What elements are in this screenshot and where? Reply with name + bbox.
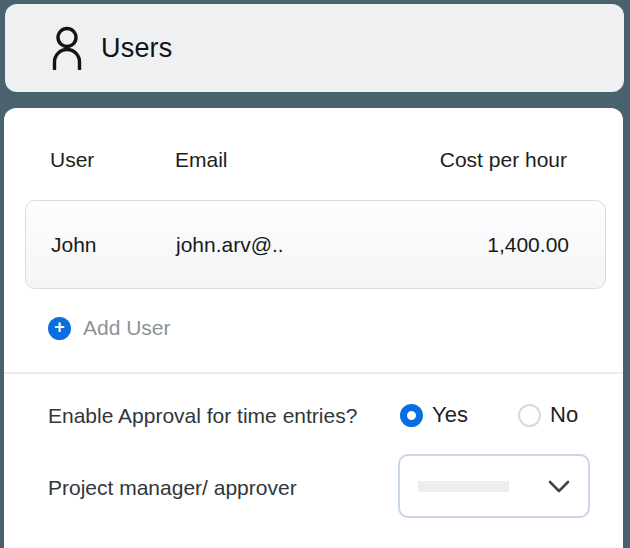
dropdown-empty-value [418, 481, 509, 492]
radio-approval-no[interactable]: No [518, 402, 578, 428]
users-header-bar[interactable]: Users [5, 4, 624, 92]
plus-icon: + [48, 317, 71, 340]
approver-label: Project manager/ approver [48, 476, 297, 500]
chevron-down-icon [548, 480, 570, 493]
table-header-row: User Email Cost per hour [4, 148, 623, 172]
user-icon [51, 26, 83, 70]
column-header-email: Email [175, 148, 440, 172]
column-header-user: User [50, 148, 175, 172]
radio-approval-yes[interactable]: Yes [400, 402, 468, 428]
section-divider [4, 372, 623, 374]
users-panel: User Email Cost per hour John john.arv@.… [4, 108, 623, 548]
add-user-label: Add User [83, 316, 171, 340]
radio-yes-label: Yes [432, 402, 468, 428]
cell-cost-per-hour: 1,400.00 [487, 233, 569, 257]
radio-selected-icon[interactable] [400, 404, 423, 427]
add-user-button[interactable]: + Add User [48, 316, 171, 340]
radio-no-label: No [550, 402, 578, 428]
cell-user-email: john.arv@.. [176, 233, 487, 257]
approver-dropdown[interactable] [398, 454, 590, 518]
cell-user-name: John [51, 233, 176, 257]
page-title: Users [101, 33, 173, 64]
table-row[interactable]: John john.arv@.. 1,400.00 [25, 200, 606, 289]
approval-question-label: Enable Approval for time entries? [48, 404, 357, 428]
column-header-cost: Cost per hour [440, 148, 567, 172]
radio-unselected-icon[interactable] [518, 404, 541, 427]
